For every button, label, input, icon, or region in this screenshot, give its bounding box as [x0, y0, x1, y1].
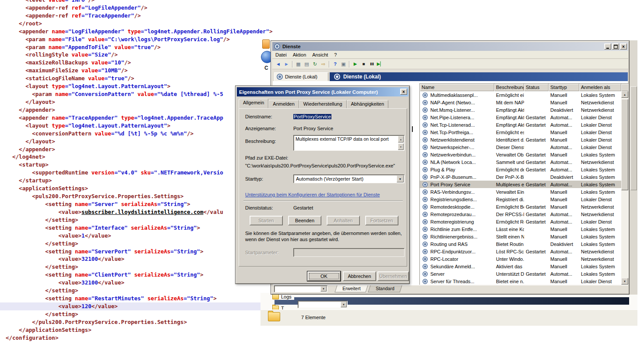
xml-source[interactable]: <level value="INFO"/> <appender-ref ref=… — [6, 0, 273, 342]
code-line[interactable]: <supportedRuntime version="v4.0" sku=".N… — [6, 169, 273, 177]
view-tab-standard[interactable]: Standard — [368, 285, 402, 292]
column-header-name[interactable]: Name — [420, 84, 494, 91]
code-line[interactable]: <param name="File" value="C:\work\logs\P… — [6, 36, 273, 43]
code-line[interactable]: <appender-ref ref="TraceAppender"/> — [6, 12, 273, 20]
code-line[interactable]: <appender name="LogFileAppender" type="l… — [6, 28, 273, 36]
properties-icon[interactable]: ▣ — [339, 60, 348, 68]
start-button[interactable]: Starten — [250, 216, 283, 225]
tab-anmelden[interactable]: Anmelden — [268, 100, 299, 108]
cancel-button[interactable]: Abbrechen — [343, 271, 376, 281]
code-line[interactable]: <value>120</value> — [6, 302, 273, 310]
menu-item-help[interactable]: ? — [331, 52, 340, 57]
tab-abhängigkeiten[interactable]: Abhängigkeiten — [347, 100, 389, 108]
service-row[interactable]: Richtlinie zum Entfe...Lässt eine Ko...M… — [420, 225, 621, 233]
pause-service-icon[interactable]: ▮▮ — [368, 60, 376, 68]
forward-icon[interactable]: ► — [282, 60, 291, 68]
code-line[interactable]: </startup> — [6, 177, 273, 185]
code-line[interactable]: <param name="ConversionPattern" value="%… — [6, 90, 273, 98]
column-header-beschreibung[interactable]: Beschreibung — [494, 84, 524, 91]
service-row[interactable]: NetzwerklistendienstIdentifiziert d...Ge… — [420, 136, 621, 143]
ok-button[interactable]: OK — [307, 271, 341, 281]
code-line[interactable]: </setting> — [6, 263, 273, 271]
service-row[interactable]: RPC-Endpunktzuor...Löst RPC-Sch...Gestar… — [420, 248, 621, 255]
service-row[interactable]: Multimediaklassenpl...Ermöglicht ei...Ma… — [420, 91, 621, 99]
service-row[interactable]: Remoteprozedurau...Der RPCSS-Di...Gestar… — [420, 210, 621, 218]
scrollbar-thumb[interactable] — [621, 99, 628, 190]
refresh-icon[interactable]: ↻ — [311, 60, 319, 68]
export-list-icon[interactable]: ▤ — [303, 60, 311, 68]
menu-item-aktion[interactable]: Aktion — [290, 52, 310, 57]
service-name-value[interactable]: PortProxyService — [293, 114, 331, 119]
service-row[interactable]: RemoteregistrierungErmöglicht Re...Gesta… — [420, 218, 621, 225]
code-line[interactable]: <value>subscriber.lloydslistintelligence… — [6, 208, 273, 216]
service-row[interactable]: RPC-LocatorUnter Windo...ManuellNetzwerk… — [420, 255, 621, 263]
service-row[interactable]: Net.Tcp-Portfreiga...Ermöglicht es...Man… — [420, 128, 621, 136]
code-line[interactable]: <setting name="ClientPort" serializeAs="… — [6, 271, 273, 279]
service-row[interactable]: Net.Tcp-Listenerad...Empfängt Akt...Gest… — [420, 121, 621, 128]
code-line[interactable]: <value>32100</value> — [6, 255, 273, 263]
chevron-down-icon[interactable]: ▼ — [341, 302, 347, 307]
back-icon[interactable]: ◄ — [274, 60, 282, 68]
code-line[interactable]: <setting name="RestartMinutes" serialize… — [6, 295, 273, 302]
code-line[interactable]: </layout> — [6, 138, 273, 146]
scroll-down-icon[interactable]: ▼ — [621, 278, 628, 285]
restart-service-icon[interactable]: ▶▏ — [376, 60, 384, 68]
console-tree-root[interactable]: Dienste (Lokal) — [274, 72, 328, 81]
start-service-icon[interactable]: ▶ — [351, 60, 359, 68]
service-row[interactable]: Remotedesktopdie...Ermöglicht Be...Gesta… — [420, 203, 621, 210]
code-line[interactable]: <param name="AppendToFile" value="true"/… — [6, 43, 273, 51]
code-line[interactable]: <maximumFileSize value="10MB"/> — [6, 67, 273, 75]
maximize-icon[interactable] — [612, 43, 619, 50]
startup-type-combobox[interactable]: Automatisch (Verzögerter Start) ▼ — [293, 174, 405, 183]
service-row[interactable]: NAP-Agent (Netwo...Mit dem NAP-...Manuel… — [420, 99, 621, 106]
vertical-scrollbar[interactable]: ▲ ▼ — [621, 91, 628, 285]
tree-pane-combobox[interactable]: ▼ — [274, 285, 327, 292]
service-row[interactable]: RAS-Verbindungsv...Verwaltet Ein...Manue… — [420, 188, 621, 196]
description-textbox[interactable]: Multiplexes external TCP/IP data on loca… — [293, 135, 405, 151]
menu-item-ansicht[interactable]: Ansicht — [309, 52, 331, 57]
code-line[interactable]: </log4net> — [6, 153, 273, 161]
code-line[interactable]: </root> — [6, 20, 273, 28]
service-row[interactable]: Server für Threads...Bietet eine n...Man… — [420, 277, 621, 285]
service-row[interactable]: Net.Msmq-Listener...Empfängt Akt...Deakt… — [420, 106, 621, 114]
code-line[interactable]: <staticLogFileName value="true"/> — [6, 75, 273, 82]
code-line[interactable]: </setting> — [6, 240, 273, 248]
scrollbar-thumb[interactable] — [630, 86, 637, 190]
code-line[interactable]: </layout> — [6, 98, 273, 106]
close-icon[interactable]: × — [620, 43, 627, 50]
service-row[interactable]: Net.Pipe-Listenera...Empfängt Akt...Gest… — [420, 114, 621, 121]
column-header-anmelden-als[interactable]: Anmelden als — [579, 84, 621, 91]
filename-combobox[interactable]: ▼ — [298, 301, 348, 308]
column-header-status[interactable]: Status — [524, 84, 549, 91]
dialog-titlebar[interactable]: Eigenschaften von Port Proxy Service (Lo… — [237, 87, 408, 96]
code-line[interactable]: <setting name="Server" serializeAs="Stri… — [6, 200, 273, 208]
code-line[interactable]: </setting> — [6, 287, 273, 295]
column-header-starttyp[interactable]: Starttyp — [549, 84, 579, 91]
minimize-icon[interactable] — [604, 43, 611, 50]
service-row[interactable]: ServerUnterstützt D...GestartetAutomat..… — [420, 270, 621, 277]
code-line[interactable]: <setting name="Interface" serializeAs="S… — [6, 224, 273, 232]
code-line[interactable]: </configuration> — [6, 334, 273, 342]
service-row[interactable]: Plug & PlayErmöglicht de...GestartetAuto… — [420, 166, 621, 173]
code-line[interactable]: <value>1</value> — [6, 232, 273, 240]
service-row[interactable]: Netzwerkverbindun...Verwaltet Ob...Gesta… — [420, 151, 621, 158]
stop-button[interactable]: Beenden — [288, 216, 321, 225]
code-line[interactable]: <value>32100</value> — [6, 279, 273, 287]
folder-item-t[interactable]: T — [272, 305, 287, 309]
export-icon[interactable]: ⇨ — [319, 60, 327, 68]
apply-button[interactable]: Übernehmen — [377, 271, 409, 281]
code-line[interactable]: </setting> — [6, 310, 273, 318]
startup-options-help-link[interactable]: Unterstützung beim Konfigurieren der Sta… — [245, 192, 380, 197]
service-row[interactable]: Sekundäre Anmeld...Aktiviert das ...Manu… — [420, 263, 621, 270]
code-line[interactable]: </setting> — [6, 216, 273, 224]
code-line[interactable]: <appender-ref ref="LogFileAppender"/> — [6, 4, 273, 12]
service-row[interactable]: Netzwerkspeicher-...Dieser Dienst...Auto… — [420, 143, 621, 151]
resume-button[interactable]: Fortsetzen — [365, 216, 398, 225]
tab-allgemein[interactable]: Allgemein — [239, 99, 268, 108]
code-line[interactable]: </appender> — [6, 106, 273, 114]
code-line[interactable]: <layout type="log4net.Layout.PatternLayo… — [6, 82, 273, 90]
code-line[interactable]: <applicationSettings> — [6, 185, 273, 192]
start-params-input[interactable] — [293, 248, 405, 257]
code-line[interactable]: <conversionPattern value="%d [%t] %-5p %… — [6, 130, 273, 138]
chevron-down-icon[interactable]: ▼ — [397, 175, 404, 182]
